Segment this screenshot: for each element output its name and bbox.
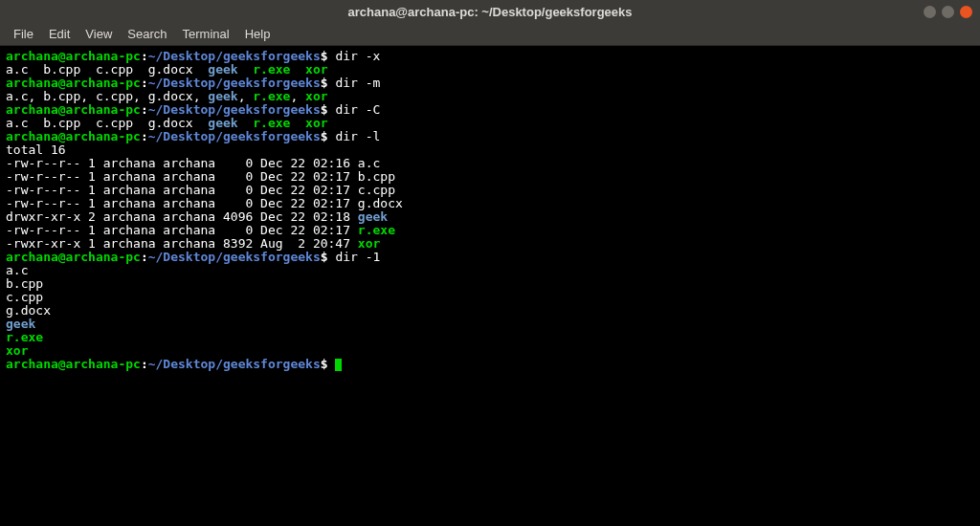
terminal-output-line: a.c b.cpp c.cpp g.docx geek r.exe xor: [6, 63, 974, 77]
terminal-text: geek: [208, 62, 237, 77]
menu-view[interactable]: View: [79, 25, 118, 43]
terminal-output-line: c.cpp: [6, 291, 974, 304]
terminal-command: dir -l: [328, 129, 381, 143]
prompt-path: ~/Desktop/geeksforgeeks: [148, 250, 321, 264]
terminal-text: [290, 62, 305, 77]
terminal-text: ,: [238, 89, 254, 103]
maximize-button[interactable]: [942, 6, 954, 18]
terminal-output-line: r.exe: [6, 331, 974, 344]
terminal-text: xor: [6, 343, 28, 358]
terminal-text: xor: [305, 62, 327, 77]
titlebar: archana@archana-pc: ~/Desktop/geeksforge…: [0, 0, 980, 23]
terminal-output-line: b.cpp: [6, 277, 974, 291]
terminal-output-line: -rw-r--r-- 1 archana archana 0 Dec 22 02…: [6, 170, 974, 184]
prompt-sep: $: [321, 102, 328, 117]
terminal-text: -rw-r--r-- 1 archana archana 0 Dec 22 02…: [6, 156, 380, 170]
window-title: archana@archana-pc: ~/Desktop/geeksforge…: [348, 5, 633, 19]
terminal-text: -rw-r--r-- 1 archana archana 0 Dec 22 02…: [6, 196, 403, 210]
terminal-command: dir -1: [328, 250, 381, 264]
terminal-output-line: -rw-r--r-- 1 archana archana 0 Dec 22 02…: [6, 184, 974, 197]
menu-help[interactable]: Help: [239, 25, 277, 43]
terminal-output-line: a.c b.cpp c.cpp g.docx geek r.exe xor: [6, 117, 974, 130]
terminal-command: dir -C: [328, 102, 381, 117]
prompt-colon: :: [141, 49, 148, 63]
terminal-text: r.exe: [253, 62, 290, 77]
terminal-text: a.c b.cpp c.cpp g.docx: [6, 116, 208, 130]
terminal-text: r.exe: [253, 116, 290, 130]
terminal-text: r.exe: [6, 330, 43, 344]
terminal-text: geek: [208, 116, 237, 130]
prompt-path: ~/Desktop/geeksforgeeks: [148, 49, 321, 63]
terminal-text: b.cpp: [6, 276, 43, 291]
terminal-prompt-line: archana@archana-pc:~/Desktop/geeksforgee…: [6, 77, 974, 90]
terminal-output-line: g.docx: [6, 304, 974, 318]
terminal-text: a.c: [6, 263, 28, 277]
menu-edit[interactable]: Edit: [43, 25, 76, 43]
terminal-text: ,: [290, 89, 305, 103]
prompt-user-host: archana@archana-pc: [6, 76, 141, 90]
terminal-output-line: total 16: [6, 143, 974, 157]
menu-search[interactable]: Search: [122, 25, 172, 43]
prompt-path: ~/Desktop/geeksforgeeks: [148, 102, 321, 117]
terminal-command: dir -m: [328, 76, 381, 90]
terminal-output-line: -rw-r--r-- 1 archana archana 0 Dec 22 02…: [6, 224, 974, 237]
terminal-text: xor: [305, 89, 327, 103]
prompt-colon: :: [141, 250, 148, 264]
menu-terminal[interactable]: Terminal: [177, 25, 235, 43]
prompt-path: ~/Desktop/geeksforgeeks: [148, 129, 321, 143]
terminal-prompt-line: archana@archana-pc:~/Desktop/geeksforgee…: [6, 251, 974, 264]
menu-file[interactable]: File: [8, 25, 39, 43]
terminal-command: dir -x: [328, 49, 381, 63]
terminal-command: [328, 357, 336, 371]
prompt-colon: :: [141, 102, 148, 117]
terminal-text: a.c b.cpp c.cpp g.docx: [6, 62, 208, 77]
prompt-colon: :: [141, 129, 148, 143]
terminal-text: [238, 116, 254, 130]
terminal-text: a.c, b.cpp, c.cpp, g.docx,: [6, 89, 208, 103]
terminal-output-line: -rw-r--r-- 1 archana archana 0 Dec 22 02…: [6, 197, 974, 210]
terminal-text: -rw-r--r-- 1 archana archana 0 Dec 22 02…: [6, 169, 395, 184]
terminal-text: geek: [208, 89, 237, 103]
terminal-window: archana@archana-pc: ~/Desktop/geeksforge…: [0, 0, 980, 526]
prompt-user-host: archana@archana-pc: [6, 49, 141, 63]
prompt-sep: $: [321, 129, 328, 143]
terminal-text: -rw-r--r-- 1 archana archana 0 Dec 22 02…: [6, 223, 358, 237]
terminal-output[interactable]: archana@archana-pc:~/Desktop/geeksforgee…: [0, 46, 980, 526]
terminal-text: geek: [358, 209, 388, 224]
terminal-prompt-line: archana@archana-pc:~/Desktop/geeksforgee…: [6, 358, 974, 371]
prompt-sep: $: [321, 250, 328, 264]
terminal-text: xor: [358, 236, 380, 251]
terminal-text: [238, 62, 254, 77]
terminal-text: total 16: [6, 142, 66, 157]
menubar: FileEditViewSearchTerminalHelp: [0, 23, 980, 46]
close-button[interactable]: [960, 6, 972, 18]
prompt-sep: $: [321, 76, 328, 90]
terminal-text: -rwxr-xr-x 1 archana archana 8392 Aug 2 …: [6, 236, 358, 251]
terminal-prompt-line: archana@archana-pc:~/Desktop/geeksforgee…: [6, 50, 974, 63]
terminal-output-line: a.c: [6, 264, 974, 277]
prompt-colon: :: [141, 357, 148, 371]
prompt-colon: :: [141, 76, 148, 90]
terminal-prompt-line: archana@archana-pc:~/Desktop/geeksforgee…: [6, 103, 974, 117]
terminal-output-line: drwxr-xr-x 2 archana archana 4096 Dec 22…: [6, 210, 974, 224]
terminal-text: drwxr-xr-x 2 archana archana 4096 Dec 22…: [6, 209, 358, 224]
window-controls: [924, 6, 972, 18]
terminal-text: xor: [305, 116, 327, 130]
terminal-text: -rw-r--r-- 1 archana archana 0 Dec 22 02…: [6, 183, 395, 197]
terminal-text: geek: [6, 317, 35, 331]
prompt-path: ~/Desktop/geeksforgeeks: [148, 76, 321, 90]
terminal-text: c.cpp: [6, 290, 43, 304]
terminal-output-line: -rw-r--r-- 1 archana archana 0 Dec 22 02…: [6, 157, 974, 170]
minimize-button[interactable]: [924, 6, 936, 18]
terminal-text: g.docx: [6, 303, 51, 318]
terminal-text: [290, 116, 305, 130]
terminal-output-line: xor: [6, 344, 974, 358]
terminal-prompt-line: archana@archana-pc:~/Desktop/geeksforgee…: [6, 130, 974, 143]
terminal-output-line: -rwxr-xr-x 1 archana archana 8392 Aug 2 …: [6, 237, 974, 251]
prompt-user-host: archana@archana-pc: [6, 129, 141, 143]
terminal-output-line: a.c, b.cpp, c.cpp, g.docx, geek, r.exe, …: [6, 90, 974, 103]
terminal-text: r.exe: [253, 89, 290, 103]
terminal-output-line: geek: [6, 318, 974, 331]
terminal-text: r.exe: [358, 223, 395, 237]
prompt-path: ~/Desktop/geeksforgeeks: [148, 357, 321, 371]
